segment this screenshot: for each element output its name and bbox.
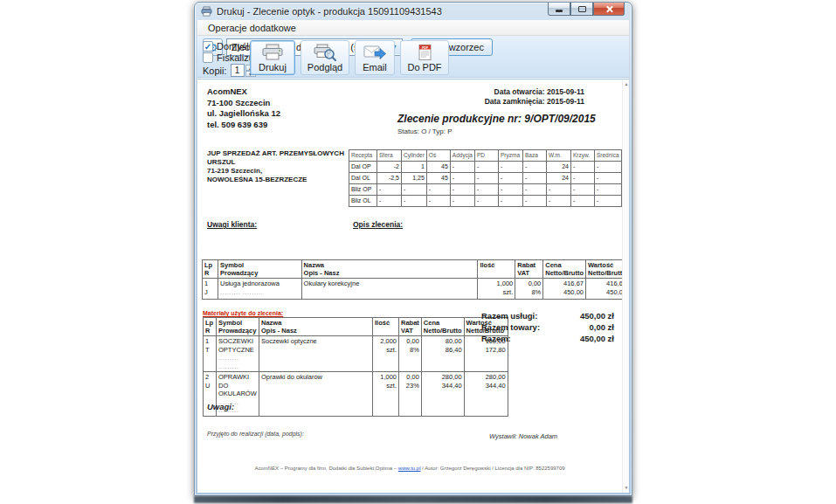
document-footer: AcomNEX – Programy dla firm, Dodatki dla…: [197, 466, 622, 471]
copies-input[interactable]: 1: [231, 64, 245, 77]
copies-label: Kopii:: [203, 66, 227, 76]
printer-icon: [261, 44, 284, 61]
email-button-label: Email: [363, 62, 387, 72]
acceptance-line: Przyjęto do realizacji (data, podpis):: [207, 431, 304, 437]
customer-city: 71-219 Szczecin,: [207, 167, 344, 176]
customer-block: JUP SPRZEDAŻ ART. PRZEMYSŁOWYCH URSZUL 7…: [207, 149, 344, 184]
scroll-down-icon[interactable]: ▼: [623, 484, 629, 492]
maximize-icon: [578, 6, 586, 12]
pdf-button-label: Do PDF: [407, 62, 441, 72]
date-closed: Data zamknięcia: 2015-09-11: [485, 97, 584, 107]
totals-services-label: Razem usługi:: [481, 310, 537, 321]
totals-goods-value: 0,00 zł: [589, 321, 614, 333]
footer-link: www.tu.pl: [398, 466, 421, 471]
order-title: Zlecenie produkcyjne nr: 9/OPT/09/2015: [397, 113, 596, 125]
close-icon: [605, 5, 613, 13]
company-block: AcomNEX 71-100 Szczecin ul. Jagiellońska…: [207, 86, 280, 130]
print-button-label: Drukuj: [259, 62, 287, 72]
print-dialog-window: Drukuj - Zlecenie optyk - produkcja 1509…: [194, 2, 632, 496]
default-checkbox[interactable]: ✓: [203, 41, 213, 52]
company-city: 71-100 Szczecin: [207, 98, 280, 109]
preview-button-label: Podgląd: [307, 62, 342, 72]
print-preview-icon: [314, 44, 336, 61]
order-description-label: Opis zlecenia:: [353, 220, 403, 229]
titlebar[interactable]: Drukuj - Zlecenie optyk - produkcja 1509…: [195, 3, 632, 20]
date-opened: Data otwarcia: 2015-09-11: [485, 87, 584, 97]
totals-sum-value: 450,00 zł: [580, 333, 614, 344]
pdf-file-icon: PDF: [415, 44, 434, 61]
window-printer-icon: [201, 6, 212, 17]
totals-block: Razem usługi: 450,00 zł Razem towary: 0,…: [481, 310, 614, 344]
customer-street: NOWOLEŚNA 15-BEZRZECZE: [207, 176, 344, 184]
minimize-icon: [556, 10, 563, 12]
order-status: Status: O / Typ: P: [397, 128, 453, 135]
totals-services-value: 450,00 zł: [580, 310, 614, 321]
copies-control: Kopii: 1 ▲ ▼: [203, 64, 256, 77]
close-button[interactable]: [593, 3, 625, 16]
totals-sum-label: Razem:: [481, 333, 511, 344]
window-title: Drukuj - Zlecenie optyk - produkcja 1509…: [217, 6, 442, 17]
totals-goods-label: Razem towary:: [481, 321, 540, 333]
print-button[interactable]: Drukuj: [250, 40, 295, 75]
scroll-up-icon[interactable]: ▲: [623, 80, 629, 88]
window-bottom-shadow: [194, 496, 632, 503]
print-preview-area: AcomNEX 71-100 Szczecin ul. Jagiellońska…: [197, 79, 629, 493]
company-street: ul. Jagiellońska 12: [207, 108, 280, 120]
customer-name-1: JUP SPRZEDAŻ ART. PRZEMYSŁOWYCH: [207, 149, 344, 158]
customer-remarks-label: Uwagi klienta:: [207, 220, 257, 229]
customer-name-2: URSZUL: [207, 158, 344, 167]
maximize-button[interactable]: [570, 3, 593, 16]
footer-text-before: AcomNEX – Programy dla firm, Dodatki dla…: [254, 466, 397, 471]
email-button[interactable]: Email: [355, 40, 395, 75]
footer-text-after: / Autor: Grzegorz Deręgowski / Licencja …: [421, 466, 565, 471]
prescription-table: ReceptaSferaCylinderOśAddycjaPDPryzmaBaz…: [349, 149, 622, 207]
minimize-button[interactable]: [548, 3, 570, 16]
materials-table: LpRSymbolProwadzącyNazwaOpis - NaszIlość…: [203, 317, 508, 417]
company-phone: tel. 509 639 639: [207, 120, 280, 131]
preview-scrollbar[interactable]: ▲ ▼: [622, 79, 629, 493]
issued-by: Wystawił: Nowak Adam: [489, 432, 557, 440]
services-table: LpRSymbolProwadzącyNazwaOpis - NaszIlość…: [202, 259, 629, 300]
pdf-button[interactable]: PDF Do PDF: [400, 40, 449, 75]
preview-button[interactable]: Podgląd: [301, 40, 349, 75]
remarks-label: Uwagi:: [207, 402, 234, 411]
order-dates: Data otwarcia: 2015-09-11 Data zamknięci…: [485, 87, 584, 107]
fiscal-checkbox-row[interactable]: Fiskalizuj: [203, 52, 256, 63]
email-envelope-icon: [363, 44, 386, 61]
menubar: Operacje dodatkowe: [197, 20, 629, 36]
svg-text:PDF: PDF: [422, 46, 429, 50]
toolbar: ⚙ Zlecenie optyk do produkcji (standard)…: [197, 36, 629, 78]
company-name: AcomNEX: [207, 86, 280, 98]
menu-operacje-dodatkowe[interactable]: Operacje dodatkowe: [204, 20, 300, 36]
materials-label: Materiały użyte do zlecenia:: [203, 310, 283, 316]
fiscal-checkbox[interactable]: [203, 52, 213, 63]
